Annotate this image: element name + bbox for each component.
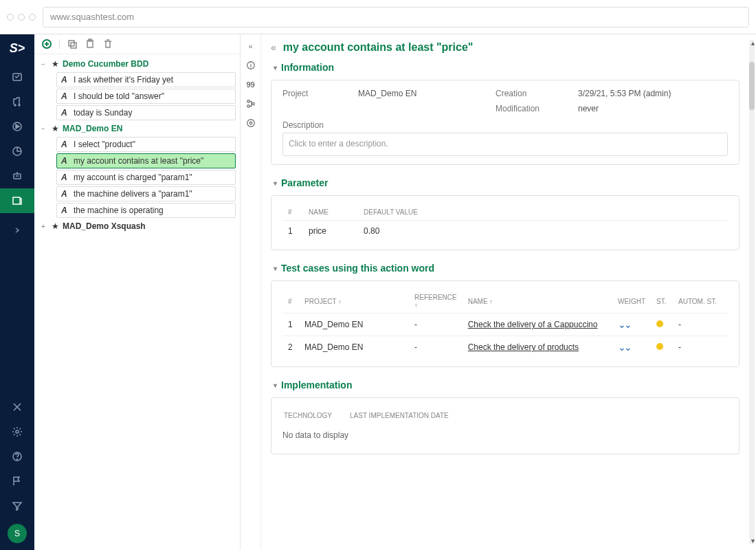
tree-folder[interactable]: − ★ Demo Cucumber BDD (38, 57, 236, 71)
delete-icon[interactable] (102, 38, 113, 50)
cell-reference: - (409, 336, 463, 359)
nav-tools-icon[interactable] (0, 395, 34, 419)
action-label: I select "product" (74, 140, 135, 149)
svg-point-1 (14, 104, 16, 106)
information-section: Project MAD_Demo EN Creation 3/29/21, 5:… (271, 80, 740, 165)
action-word-item-selected[interactable]: Amy account contains at least "price" (56, 153, 236, 168)
action-label: my account contains at least "price" (74, 156, 203, 166)
add-icon[interactable] (41, 38, 52, 50)
nav-execution-icon[interactable] (0, 114, 34, 139)
chevron-down-icon[interactable]: ▾ (274, 382, 277, 389)
user-avatar[interactable]: S (8, 524, 27, 543)
nav-help-icon[interactable] (0, 444, 34, 469)
cell-autom: - (673, 336, 728, 359)
expand-icon[interactable]: + (41, 223, 48, 230)
info-tab-icon[interactable] (245, 59, 257, 72)
cell-num: 1 (282, 314, 299, 336)
cell-num: 2 (282, 336, 299, 359)
cell-default: 0.80 (358, 221, 728, 242)
implementation-section: TECHNOLOGY LAST IMPLEMENTATION DATE No d… (271, 397, 740, 454)
close-window-icon[interactable] (7, 14, 14, 21)
scroll-down-icon[interactable]: ▼ (750, 538, 756, 544)
section-title-testcases: Test cases using this action word (281, 263, 434, 274)
paste-icon[interactable] (85, 38, 96, 50)
scrollbar-thumb[interactable] (749, 62, 755, 110)
col-default: DEFAULT VALUE (358, 204, 728, 221)
sidebar-nav: S> S (0, 34, 34, 550)
nav-expand-icon[interactable] (0, 220, 34, 241)
hierarchy-tab-icon[interactable] (245, 98, 257, 110)
col-technology: TECHNOLOGY (284, 408, 348, 424)
nav-flag-icon[interactable] (0, 469, 34, 494)
col-reference[interactable]: REFERENCE ↑ (409, 289, 463, 314)
table-row[interactable]: 1 MAD_Demo EN - Check the delivery of a … (282, 314, 728, 336)
chevron-down-icon[interactable]: ▾ (274, 179, 277, 187)
testcase-link[interactable]: Check the delivery of a Cappuccino (468, 320, 598, 329)
url-text: www.squashtest.com (50, 12, 134, 22)
col-project[interactable]: PROJECT ↑ (299, 289, 409, 314)
chevron-down-icon[interactable]: ▾ (274, 64, 277, 72)
nav-reports-icon[interactable] (0, 139, 34, 164)
cell-name: Check the delivery of products (463, 336, 612, 359)
nav-filter-icon[interactable] (0, 494, 34, 518)
parameter-table: # NAME DEFAULT VALUE 1 price 0.80 (282, 204, 728, 241)
no-data-message: No data to display (282, 425, 728, 446)
svg-point-2 (19, 104, 20, 106)
tree-folder[interactable]: − ★ MAD_Demo EN (38, 122, 236, 135)
action-label: I should be told "answer" (74, 91, 164, 101)
copy-icon[interactable] (67, 38, 78, 50)
action-word-item[interactable]: AI should be told "answer" (56, 89, 236, 104)
section-title-parameter: Parameter (281, 177, 329, 188)
collapse-all-icon[interactable]: « (271, 42, 276, 53)
nav-automation-icon[interactable] (0, 164, 34, 188)
col-num: # (282, 289, 299, 314)
usage-count-tab[interactable]: 99 (245, 78, 257, 91)
tree-folder[interactable]: + ★ MAD_Demo Xsquash (38, 219, 236, 233)
action-word-item[interactable]: Atoday is Sunday (56, 105, 236, 120)
nav-requirements-icon[interactable] (0, 65, 34, 89)
logo[interactable]: S> (5, 40, 29, 56)
action-word-item[interactable]: AI select "product" (56, 137, 236, 152)
folder-label: Demo Cucumber BDD (63, 59, 148, 69)
tree-content: − ★ Demo Cucumber BDD AI ask whether it'… (34, 54, 240, 236)
status-dot-icon (656, 343, 663, 350)
star-icon: ★ (52, 59, 59, 69)
action-glyph-icon: A (61, 189, 69, 199)
collapse-icon[interactable]: − (41, 125, 48, 133)
action-label: I ask whether it's Friday yet (74, 75, 173, 85)
testcases-section: # PROJECT ↑ REFERENCE ↑ NAME ↑ WEIGHT ST… (271, 280, 740, 367)
minimize-window-icon[interactable] (18, 14, 25, 21)
zoom-window-icon[interactable] (29, 14, 36, 21)
collapse-icon[interactable]: − (41, 60, 48, 68)
settings-tab-icon[interactable] (245, 117, 257, 129)
cell-name: price (303, 221, 358, 242)
nav-campaigns-icon[interactable] (0, 89, 34, 114)
sort-asc-icon: ↑ (338, 298, 342, 305)
scroll-up-icon[interactable]: ▲ (750, 40, 756, 47)
scrollbar[interactable]: ▲ ▼ (749, 40, 755, 544)
action-word-item[interactable]: Athe machine is operating (56, 203, 236, 218)
action-word-item[interactable]: AI ask whether it's Friday yet (56, 72, 236, 87)
url-bar[interactable]: www.squashtest.com (43, 7, 749, 28)
section-title-implementation: Implementation (281, 380, 352, 390)
cell-project: MAD_Demo EN (299, 336, 409, 359)
nav-settings-icon[interactable] (0, 419, 34, 444)
action-word-item[interactable]: Amy account is charged "param1" (56, 170, 236, 185)
collapse-panel-icon[interactable]: « (245, 40, 257, 52)
description-input[interactable]: Click to enter a description. (282, 133, 728, 156)
table-row[interactable]: 2 MAD_Demo EN - Check the delivery of pr… (282, 336, 728, 359)
action-glyph-icon: A (61, 140, 69, 149)
description-label: Description (282, 120, 728, 130)
action-label: my account is charged "param1" (74, 173, 192, 182)
action-word-item[interactable]: Athe machine delivers a "param1" (56, 186, 236, 201)
svg-point-19 (247, 120, 254, 127)
svg-point-15 (247, 100, 249, 103)
chevron-down-icon[interactable]: ▾ (274, 265, 277, 272)
svg-point-18 (249, 122, 252, 124)
table-row[interactable]: 1 price 0.80 (282, 221, 728, 242)
col-name[interactable]: NAME ↑ (463, 289, 612, 314)
nav-action-words-icon[interactable] (0, 188, 34, 213)
testcase-link[interactable]: Check the delivery of products (468, 342, 579, 352)
svg-rect-11 (71, 43, 76, 48)
modification-label: Modification (496, 104, 578, 113)
